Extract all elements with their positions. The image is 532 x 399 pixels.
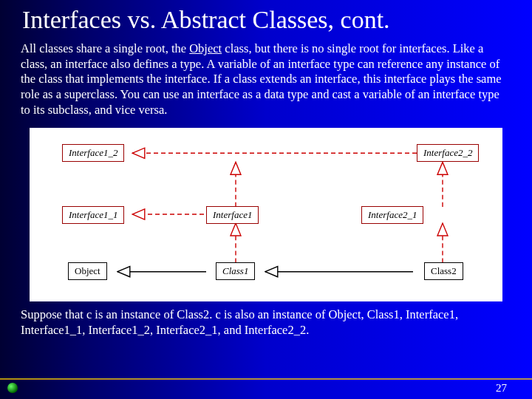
paragraph-2: Suppose that c is an instance of Class2.…: [0, 307, 532, 345]
footer-bullet-icon: [7, 383, 18, 393]
para1-object: Object: [189, 41, 222, 55]
node-interface1: Interface1: [206, 206, 259, 224]
node-object: Object: [68, 262, 107, 280]
node-interface2-2: Interface2_2: [417, 144, 479, 162]
node-class2: Class2: [424, 262, 463, 280]
node-class1: Class1: [216, 262, 255, 280]
footer-separator: [0, 378, 532, 380]
node-interface2-1: Interface2_1: [361, 206, 423, 224]
slide-title: Interfaces vs. Abstract Classes, cont.: [0, 0, 532, 41]
para1-a: All classes share a single root, the: [21, 41, 189, 55]
page-number: 27: [496, 382, 507, 395]
uml-diagram: Interface1_2 Interface2_2 Interface1_1 I…: [30, 128, 502, 301]
node-interface1-2: Interface1_2: [62, 144, 124, 162]
paragraph-1: All classes share a single root, the Obj…: [0, 41, 532, 125]
node-interface1-1: Interface1_1: [62, 206, 124, 224]
